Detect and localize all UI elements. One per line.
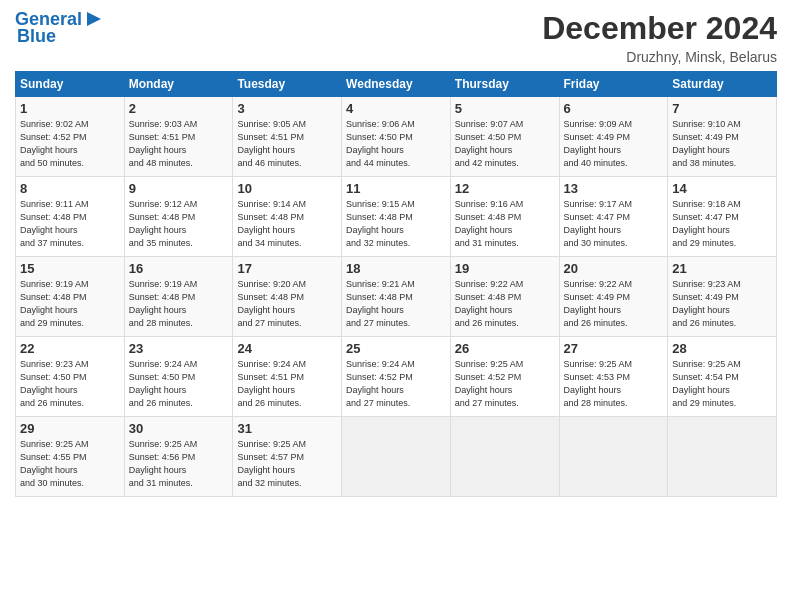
weekday-header: Thursday <box>450 72 559 97</box>
day-info: Sunrise: 9:18 AMSunset: 4:47 PMDaylight … <box>672 198 772 250</box>
weekday-header-row: SundayMondayTuesdayWednesdayThursdayFrid… <box>16 72 777 97</box>
calendar-day-cell <box>668 417 777 497</box>
day-number: 27 <box>564 341 664 356</box>
logo-arrow-icon <box>83 8 105 30</box>
calendar-week-row: 29Sunrise: 9:25 AMSunset: 4:55 PMDayligh… <box>16 417 777 497</box>
day-number: 8 <box>20 181 120 196</box>
calendar-day-cell: 16Sunrise: 9:19 AMSunset: 4:48 PMDayligh… <box>124 257 233 337</box>
calendar-week-row: 15Sunrise: 9:19 AMSunset: 4:48 PMDayligh… <box>16 257 777 337</box>
day-number: 15 <box>20 261 120 276</box>
weekday-header: Monday <box>124 72 233 97</box>
day-number: 2 <box>129 101 229 116</box>
calendar-day-cell: 28Sunrise: 9:25 AMSunset: 4:54 PMDayligh… <box>668 337 777 417</box>
calendar-day-cell: 18Sunrise: 9:21 AMSunset: 4:48 PMDayligh… <box>342 257 451 337</box>
day-info: Sunrise: 9:07 AMSunset: 4:50 PMDaylight … <box>455 118 555 170</box>
day-info: Sunrise: 9:23 AMSunset: 4:50 PMDaylight … <box>20 358 120 410</box>
day-info: Sunrise: 9:14 AMSunset: 4:48 PMDaylight … <box>237 198 337 250</box>
day-info: Sunrise: 9:21 AMSunset: 4:48 PMDaylight … <box>346 278 446 330</box>
day-info: Sunrise: 9:16 AMSunset: 4:48 PMDaylight … <box>455 198 555 250</box>
day-number: 14 <box>672 181 772 196</box>
day-number: 25 <box>346 341 446 356</box>
day-info: Sunrise: 9:19 AMSunset: 4:48 PMDaylight … <box>20 278 120 330</box>
day-number: 30 <box>129 421 229 436</box>
calendar-day-cell: 14Sunrise: 9:18 AMSunset: 4:47 PMDayligh… <box>668 177 777 257</box>
month-title: December 2024 <box>542 10 777 47</box>
calendar-day-cell: 17Sunrise: 9:20 AMSunset: 4:48 PMDayligh… <box>233 257 342 337</box>
day-number: 22 <box>20 341 120 356</box>
day-info: Sunrise: 9:20 AMSunset: 4:48 PMDaylight … <box>237 278 337 330</box>
calendar-day-cell: 13Sunrise: 9:17 AMSunset: 4:47 PMDayligh… <box>559 177 668 257</box>
calendar-day-cell: 5Sunrise: 9:07 AMSunset: 4:50 PMDaylight… <box>450 97 559 177</box>
weekday-header: Tuesday <box>233 72 342 97</box>
day-number: 12 <box>455 181 555 196</box>
calendar-day-cell: 2Sunrise: 9:03 AMSunset: 4:51 PMDaylight… <box>124 97 233 177</box>
day-info: Sunrise: 9:12 AMSunset: 4:48 PMDaylight … <box>129 198 229 250</box>
day-info: Sunrise: 9:06 AMSunset: 4:50 PMDaylight … <box>346 118 446 170</box>
day-number: 24 <box>237 341 337 356</box>
calendar-week-row: 1Sunrise: 9:02 AMSunset: 4:52 PMDaylight… <box>16 97 777 177</box>
calendar-day-cell: 7Sunrise: 9:10 AMSunset: 4:49 PMDaylight… <box>668 97 777 177</box>
calendar-day-cell: 22Sunrise: 9:23 AMSunset: 4:50 PMDayligh… <box>16 337 125 417</box>
day-number: 28 <box>672 341 772 356</box>
day-info: Sunrise: 9:25 AMSunset: 4:55 PMDaylight … <box>20 438 120 490</box>
day-number: 26 <box>455 341 555 356</box>
day-info: Sunrise: 9:25 AMSunset: 4:54 PMDaylight … <box>672 358 772 410</box>
calendar-week-row: 22Sunrise: 9:23 AMSunset: 4:50 PMDayligh… <box>16 337 777 417</box>
calendar-week-row: 8Sunrise: 9:11 AMSunset: 4:48 PMDaylight… <box>16 177 777 257</box>
day-number: 7 <box>672 101 772 116</box>
day-info: Sunrise: 9:15 AMSunset: 4:48 PMDaylight … <box>346 198 446 250</box>
calendar-day-cell: 26Sunrise: 9:25 AMSunset: 4:52 PMDayligh… <box>450 337 559 417</box>
calendar-day-cell: 24Sunrise: 9:24 AMSunset: 4:51 PMDayligh… <box>233 337 342 417</box>
day-number: 10 <box>237 181 337 196</box>
calendar-day-cell: 3Sunrise: 9:05 AMSunset: 4:51 PMDaylight… <box>233 97 342 177</box>
day-info: Sunrise: 9:24 AMSunset: 4:52 PMDaylight … <box>346 358 446 410</box>
calendar-day-cell: 25Sunrise: 9:24 AMSunset: 4:52 PMDayligh… <box>342 337 451 417</box>
calendar-day-cell: 9Sunrise: 9:12 AMSunset: 4:48 PMDaylight… <box>124 177 233 257</box>
calendar-table: SundayMondayTuesdayWednesdayThursdayFrid… <box>15 71 777 497</box>
weekday-header: Sunday <box>16 72 125 97</box>
day-info: Sunrise: 9:24 AMSunset: 4:50 PMDaylight … <box>129 358 229 410</box>
day-info: Sunrise: 9:25 AMSunset: 4:56 PMDaylight … <box>129 438 229 490</box>
calendar-day-cell <box>559 417 668 497</box>
day-info: Sunrise: 9:25 AMSunset: 4:53 PMDaylight … <box>564 358 664 410</box>
day-number: 19 <box>455 261 555 276</box>
weekday-header: Friday <box>559 72 668 97</box>
day-info: Sunrise: 9:25 AMSunset: 4:57 PMDaylight … <box>237 438 337 490</box>
day-number: 9 <box>129 181 229 196</box>
day-number: 13 <box>564 181 664 196</box>
weekday-header: Wednesday <box>342 72 451 97</box>
day-info: Sunrise: 9:02 AMSunset: 4:52 PMDaylight … <box>20 118 120 170</box>
weekday-header: Saturday <box>668 72 777 97</box>
day-info: Sunrise: 9:10 AMSunset: 4:49 PMDaylight … <box>672 118 772 170</box>
calendar-day-cell: 6Sunrise: 9:09 AMSunset: 4:49 PMDaylight… <box>559 97 668 177</box>
day-number: 5 <box>455 101 555 116</box>
day-number: 4 <box>346 101 446 116</box>
calendar-day-cell <box>450 417 559 497</box>
calendar-day-cell: 23Sunrise: 9:24 AMSunset: 4:50 PMDayligh… <box>124 337 233 417</box>
day-info: Sunrise: 9:17 AMSunset: 4:47 PMDaylight … <box>564 198 664 250</box>
day-info: Sunrise: 9:23 AMSunset: 4:49 PMDaylight … <box>672 278 772 330</box>
day-number: 18 <box>346 261 446 276</box>
day-info: Sunrise: 9:19 AMSunset: 4:48 PMDaylight … <box>129 278 229 330</box>
calendar-day-cell: 12Sunrise: 9:16 AMSunset: 4:48 PMDayligh… <box>450 177 559 257</box>
day-info: Sunrise: 9:09 AMSunset: 4:49 PMDaylight … <box>564 118 664 170</box>
calendar-day-cell: 27Sunrise: 9:25 AMSunset: 4:53 PMDayligh… <box>559 337 668 417</box>
day-number: 21 <box>672 261 772 276</box>
day-info: Sunrise: 9:05 AMSunset: 4:51 PMDaylight … <box>237 118 337 170</box>
day-info: Sunrise: 9:11 AMSunset: 4:48 PMDaylight … <box>20 198 120 250</box>
day-info: Sunrise: 9:24 AMSunset: 4:51 PMDaylight … <box>237 358 337 410</box>
day-info: Sunrise: 9:03 AMSunset: 4:51 PMDaylight … <box>129 118 229 170</box>
calendar-day-cell: 11Sunrise: 9:15 AMSunset: 4:48 PMDayligh… <box>342 177 451 257</box>
calendar-day-cell: 10Sunrise: 9:14 AMSunset: 4:48 PMDayligh… <box>233 177 342 257</box>
day-number: 20 <box>564 261 664 276</box>
day-info: Sunrise: 9:22 AMSunset: 4:48 PMDaylight … <box>455 278 555 330</box>
day-number: 1 <box>20 101 120 116</box>
day-number: 3 <box>237 101 337 116</box>
svg-marker-0 <box>87 12 101 26</box>
calendar-day-cell: 20Sunrise: 9:22 AMSunset: 4:49 PMDayligh… <box>559 257 668 337</box>
title-block: December 2024 Druzhny, Minsk, Belarus <box>542 10 777 65</box>
calendar-day-cell: 19Sunrise: 9:22 AMSunset: 4:48 PMDayligh… <box>450 257 559 337</box>
page-container: General Blue December 2024 Druzhny, Mins… <box>0 0 792 507</box>
day-number: 11 <box>346 181 446 196</box>
calendar-day-cell: 4Sunrise: 9:06 AMSunset: 4:50 PMDaylight… <box>342 97 451 177</box>
